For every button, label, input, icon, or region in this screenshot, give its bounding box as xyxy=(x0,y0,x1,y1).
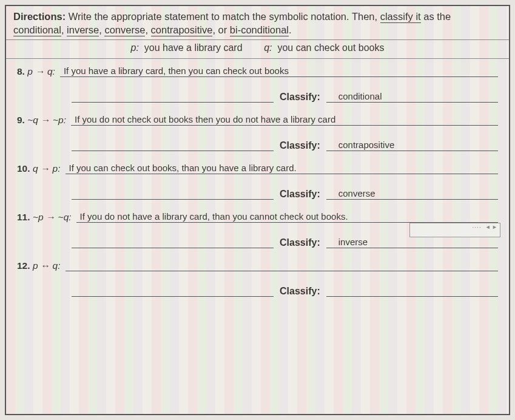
problem-11-notation: ~p → ~q: xyxy=(33,212,72,222)
classify-label-10: Classify: xyxy=(280,189,320,200)
directions-text-mid: as the xyxy=(421,11,451,22)
given-block: p: you have a library card q: you can ch… xyxy=(6,40,509,59)
problem-12-cont-blank[interactable] xyxy=(72,285,274,297)
problem-12-num: 12. xyxy=(17,260,30,271)
problem-11-statement-blank[interactable]: If you do not have a library card, than … xyxy=(76,211,498,223)
problem-10-classification: converse xyxy=(338,188,375,198)
classify-it: classify it xyxy=(380,11,421,23)
or-word: , or xyxy=(212,24,229,35)
problem-8-notation: p → q: xyxy=(27,66,55,76)
problem-12-statement-blank[interactable] xyxy=(66,259,498,271)
directions-label: Directions: xyxy=(13,11,66,22)
problem-11: 11. ~p → ~q: If you do not have a librar… xyxy=(6,205,509,253)
term-converse: converse xyxy=(104,24,145,36)
problem-8-num: 8. xyxy=(17,66,25,76)
problem-11-classification: inverse xyxy=(338,237,368,247)
problem-8-statement-blank[interactable]: If you have a library card, then you can… xyxy=(60,65,498,77)
worksheet: Directions: Write the appropriate statem… xyxy=(5,5,510,415)
q-label: q: xyxy=(264,42,272,53)
p-text: you have a library card xyxy=(144,42,243,53)
classify-label-9: Classify: xyxy=(280,140,320,151)
term-inverse: inverse xyxy=(67,24,99,36)
overlay-dots-icon: ···· xyxy=(473,224,482,236)
directions-text-1: Write the appropriate statement to match… xyxy=(69,11,380,22)
problem-12-classify-blank[interactable] xyxy=(326,285,498,297)
problem-9-classify-blank[interactable]: contrapositive xyxy=(326,139,498,151)
directions-block: Directions: Write the appropriate statem… xyxy=(6,6,509,40)
problem-9-statement-blank[interactable]: If you do not check out books then you d… xyxy=(71,113,498,126)
problem-8-classify-blank[interactable]: conditional xyxy=(326,90,498,103)
problem-9-statement: If you do not check out books then you d… xyxy=(75,114,494,124)
problem-12: 12. p ↔ q: Classify: xyxy=(6,253,509,302)
term-contrapositive: contrapositive xyxy=(151,24,213,36)
problem-8-cont-blank[interactable] xyxy=(72,90,274,103)
problem-12-notation: p ↔ q: xyxy=(33,260,61,271)
problem-9: 9. ~q → ~p: If you do not check out book… xyxy=(6,107,509,156)
problem-8-statement: If you have a library card, then you can… xyxy=(64,66,494,76)
problem-11-num: 11. xyxy=(17,212,30,222)
p-label: p: xyxy=(131,42,139,53)
problem-9-classification: contrapositive xyxy=(338,140,395,150)
problem-10-classify-blank[interactable]: converse xyxy=(326,188,498,200)
problem-9-notation: ~q → ~p: xyxy=(27,115,66,125)
q-text: you can check out books xyxy=(277,42,384,53)
problem-10-statement-blank[interactable]: If you can check out books, than you hav… xyxy=(66,162,499,174)
problem-10: 10. q → p: If you can check out books, t… xyxy=(6,156,509,205)
term-biconditional: bi-conditional xyxy=(230,24,289,36)
problem-11-classify-blank[interactable]: inverse ···· ◄ ► xyxy=(326,236,498,248)
selection-overlay[interactable]: ···· ◄ ► xyxy=(409,223,500,237)
problem-9-num: 9. xyxy=(17,115,25,125)
problem-10-statement: If you can check out books, than you hav… xyxy=(69,163,495,173)
classify-label-8: Classify: xyxy=(280,92,320,103)
overlay-arrows-icon: ◄ ► xyxy=(485,224,497,236)
problem-9-cont-blank[interactable] xyxy=(72,139,274,151)
problem-10-notation: q → p: xyxy=(33,163,61,174)
problem-11-statement: If you do not have a library card, than … xyxy=(80,211,494,222)
term-conditional: conditional xyxy=(13,24,61,36)
problem-10-cont-blank[interactable] xyxy=(72,188,274,200)
classify-label-11: Classify: xyxy=(280,237,320,248)
problem-11-cont-blank[interactable] xyxy=(72,236,274,248)
problem-8-classification: conditional xyxy=(338,91,382,101)
classify-label-12: Classify: xyxy=(280,286,320,297)
problem-10-num: 10. xyxy=(17,163,30,174)
problem-8: 8. p → q: If you have a library card, th… xyxy=(6,59,509,107)
